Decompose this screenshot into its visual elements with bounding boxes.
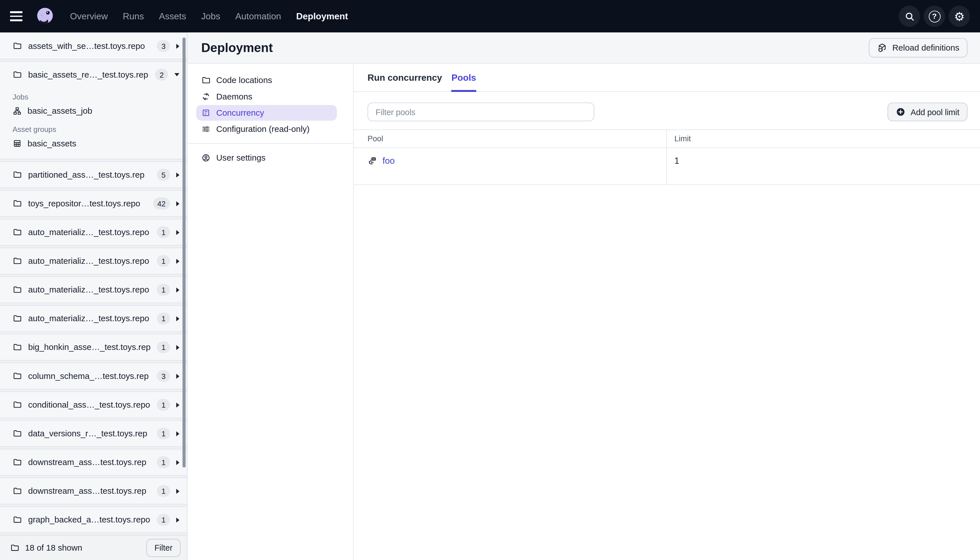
chevron-right-icon[interactable] — [176, 488, 179, 494]
code-location-header[interactable]: auto_materializ…_test.toys.repo 1 — [0, 248, 187, 274]
tab-pools[interactable]: Pools — [451, 64, 476, 91]
sliders-icon — [201, 125, 211, 134]
code-location-header[interactable]: auto_materializ…_test.toys.repo 1 — [0, 220, 187, 245]
pool-limit-value: 1 — [667, 148, 980, 185]
chevron-right-icon[interactable] — [176, 201, 179, 206]
settings-button[interactable]: ⚙ — [949, 6, 970, 27]
folder-icon — [201, 76, 211, 85]
chevron-right-icon[interactable] — [176, 43, 179, 48]
help-button[interactable]: ? — [924, 6, 945, 27]
code-location-row: partitioned_ass…_test.toys.rep 5 — [0, 161, 187, 188]
subnav-item-configuration[interactable]: Configuration (read-only) — [196, 122, 337, 137]
gear-icon: ⚙ — [954, 10, 965, 22]
code-location-header[interactable]: big_honkin_asse…_test.toys.rep 1 — [0, 334, 187, 360]
folder-icon — [13, 515, 22, 525]
pool-link-foo[interactable]: foo — [368, 156, 395, 166]
subnav-item-code-locations[interactable]: Code locations — [196, 72, 337, 88]
chevron-down-icon[interactable] — [175, 73, 180, 76]
code-location-header[interactable]: assets_with_se…test.toys.repo 3 — [0, 33, 187, 59]
nav-item-automation[interactable]: Automation — [235, 12, 281, 21]
code-location-header[interactable]: data_versions_r…_test.toys.rep 1 — [0, 421, 187, 446]
code-location-row: column_schema_…test.toys.rep 3 — [0, 362, 187, 390]
code-location-name: conditional_ass…_test.toys.repo — [28, 400, 152, 409]
chevron-right-icon[interactable] — [176, 373, 179, 378]
subnav-label: Concurrency — [216, 108, 264, 117]
folder-icon — [13, 458, 22, 467]
chevron-right-icon[interactable] — [176, 517, 179, 522]
subnav-item-daemons[interactable]: Daemons — [196, 89, 337, 104]
chevron-right-icon[interactable] — [176, 402, 179, 407]
asset-count-badge: 1 — [157, 514, 170, 526]
job-icon — [13, 106, 22, 115]
code-location-row: auto_materializ…_test.toys.repo 1 — [0, 276, 187, 303]
chevron-right-icon[interactable] — [176, 258, 179, 263]
folder-icon — [13, 257, 22, 266]
chevron-right-icon[interactable] — [176, 316, 179, 321]
code-location-header[interactable]: downstream_ass…test.toys.rep 1 — [0, 449, 187, 475]
code-location-name: assets_with_se…test.toys.repo — [28, 41, 152, 51]
nav-item-assets[interactable]: Assets — [159, 12, 186, 21]
reload-definitions-button[interactable]: Reload definitions — [869, 38, 967, 57]
filter-button[interactable]: Filter — [146, 539, 181, 557]
asset-count-badge: 1 — [157, 399, 170, 411]
code-location-header[interactable]: auto_materializ…_test.toys.repo 1 — [0, 277, 187, 302]
subnav-item-user-settings[interactable]: User settings — [196, 150, 337, 166]
chevron-right-icon[interactable] — [176, 431, 179, 436]
page-header: Deployment Reload definitions — [188, 32, 980, 64]
code-location-row: graph_backed_a…test.toys.repo 1 — [0, 506, 187, 533]
menu-icon[interactable] — [10, 7, 28, 25]
asset-count-badge: 3 — [157, 40, 170, 52]
chevron-right-icon[interactable] — [176, 345, 179, 350]
pools-toolbar: Add pool limit — [368, 103, 967, 122]
chevron-right-icon[interactable] — [176, 230, 179, 235]
code-location-header[interactable]: partitioned_ass…_test.toys.rep 5 — [0, 162, 187, 188]
code-location-row: conditional_ass…_test.toys.repo 1 — [0, 392, 187, 418]
nav-item-jobs[interactable]: Jobs — [201, 12, 220, 21]
folder-icon — [13, 487, 22, 496]
subnav-label: User settings — [216, 153, 265, 163]
code-location-header[interactable]: conditional_ass…_test.toys.repo 1 — [0, 392, 187, 418]
subnav-item-concurrency[interactable]: Concurrency — [196, 105, 337, 120]
add-pool-limit-button[interactable]: Add pool limit — [887, 103, 967, 122]
chevron-right-icon[interactable] — [176, 460, 179, 465]
folder-icon — [13, 41, 22, 51]
code-location-header[interactable]: toys_repositor…test.toys.repo 42 — [0, 191, 187, 216]
asset-group-item[interactable]: basic_assets — [0, 135, 187, 151]
folder-icon — [13, 70, 22, 79]
asset-groups-section-label: Asset groups — [0, 123, 187, 135]
dagster-logo-icon[interactable] — [35, 6, 55, 26]
code-location-header[interactable]: downstream_ass…test.toys.rep 1 — [0, 478, 187, 504]
code-location-name: auto_materializ…_test.toys.repo — [28, 227, 152, 237]
filter-pools-input[interactable] — [368, 103, 594, 122]
reload-cube-icon — [877, 43, 887, 53]
deployment-subnav: Code locations Daemons Concurrency Confi… — [188, 64, 354, 560]
folder-icon — [13, 314, 22, 323]
pool-name: foo — [383, 156, 395, 166]
pools-table-header: Pool Limit — [354, 130, 980, 148]
nav-item-runs[interactable]: Runs — [123, 12, 144, 21]
job-item[interactable]: basic_assets_job — [0, 103, 187, 119]
top-nav: Overview Runs Assets Jobs Automation Dep… — [0, 0, 980, 32]
asset-count-badge: 1 — [157, 342, 170, 353]
scrollbar-thumb[interactable] — [183, 38, 186, 468]
chevron-right-icon[interactable] — [176, 172, 179, 177]
nav-item-deployment[interactable]: Deployment — [296, 12, 348, 21]
asset-count-badge: 1 — [157, 226, 170, 238]
search-button[interactable] — [899, 6, 920, 27]
code-location-header[interactable]: graph_backed_a…test.toys.repo 1 — [0, 507, 187, 532]
code-location-header[interactable]: basic_assets_re…_test.toys.rep 2 — [0, 62, 187, 88]
asset-count-badge: 5 — [157, 169, 170, 181]
shown-count-summary: 18 of 18 shown — [25, 543, 146, 553]
nav-item-overview[interactable]: Overview — [70, 12, 108, 21]
asset-count-badge: 2 — [155, 69, 168, 81]
code-location-list: assets_with_se…test.toys.repo 3 basic_as… — [0, 32, 187, 535]
code-location-name: column_schema_…test.toys.rep — [28, 371, 152, 381]
nav-actions: ? ⚙ — [899, 6, 970, 27]
code-location-name: auto_materializ…_test.toys.repo — [28, 314, 152, 323]
tab-run-concurrency[interactable]: Run concurrency — [368, 64, 442, 91]
code-location-header[interactable]: auto_materializ…_test.toys.repo 1 — [0, 306, 187, 331]
code-location-name: data_versions_r…_test.toys.rep — [28, 429, 152, 438]
code-location-header[interactable]: column_schema_…test.toys.rep 3 — [0, 363, 187, 389]
code-location-name: downstream_ass…test.toys.rep — [28, 487, 152, 496]
chevron-right-icon[interactable] — [176, 287, 179, 292]
